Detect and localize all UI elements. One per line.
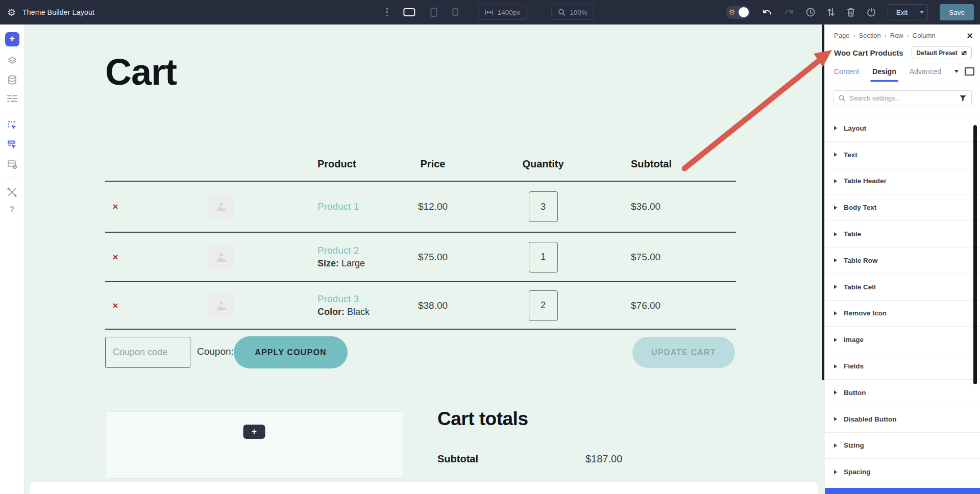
- zoom-level-input[interactable]: 100%: [551, 5, 594, 20]
- remove-item-button[interactable]: ×: [105, 252, 126, 263]
- product-thumbnail[interactable]: [209, 194, 234, 219]
- expand-caret-icon: [834, 311, 837, 315]
- section-text[interactable]: Text: [825, 142, 980, 168]
- product-thumbnail[interactable]: [209, 293, 234, 318]
- expand-caret-icon: [834, 285, 837, 289]
- top-toolbar: ⚙ Theme Builder Layout 1400px 100% ⚙: [0, 0, 980, 24]
- filter-funnel-icon[interactable]: [960, 95, 966, 102]
- close-panel-icon[interactable]: ×: [967, 31, 973, 41]
- cart-totals: Cart totals Subtotal $187.00: [437, 408, 736, 465]
- section-fields[interactable]: Fields: [825, 353, 980, 380]
- expand-panel-icon[interactable]: [965, 67, 974, 76]
- section-remove-icon[interactable]: Remove Icon: [825, 301, 980, 327]
- panel-scrollbar[interactable]: [973, 125, 977, 384]
- database-icon[interactable]: [8, 75, 17, 85]
- tab-content[interactable]: Content: [834, 67, 859, 82]
- breadcrumb-column[interactable]: Column: [913, 32, 936, 39]
- tablet-view-icon[interactable]: [430, 8, 437, 17]
- tabs-dropdown-caret[interactable]: [954, 70, 959, 73]
- section-sizing[interactable]: Sizing: [825, 433, 980, 459]
- product-meta: Size: Large: [317, 258, 394, 269]
- col-header-subtotal: Subtotal: [615, 158, 736, 170]
- subtotal-value: $187.00: [585, 453, 622, 465]
- add-module-button[interactable]: +: [243, 425, 265, 439]
- remove-item-button[interactable]: ×: [105, 201, 126, 212]
- power-icon[interactable]: [867, 8, 876, 17]
- exit-dropdown-caret[interactable]: [916, 4, 928, 20]
- module-settings-panel: Page › Section › Row › Column × Woo Cart…: [825, 24, 980, 494]
- canvas-scrollbar[interactable]: [822, 24, 824, 380]
- builder-mode-toggle[interactable]: ⚙: [726, 6, 750, 19]
- settings-gear-icon[interactable]: ⚙: [7, 8, 16, 17]
- portability-icon[interactable]: [827, 8, 835, 17]
- desktop-view-icon[interactable]: [403, 8, 415, 16]
- product-subtotal: $75.00: [615, 252, 736, 263]
- help-icon[interactable]: ?: [10, 205, 15, 214]
- section-table-header[interactable]: Table Header: [825, 168, 980, 195]
- coupon-label: Coupon:: [197, 346, 234, 357]
- cart-table: Product Price Quantity Subtotal × Produc…: [105, 147, 736, 330]
- sidebar-divider: [6, 178, 19, 178]
- save-button[interactable]: Save: [940, 4, 974, 20]
- module-title: Woo Cart Products: [834, 48, 903, 57]
- quantity-input[interactable]: 1: [529, 242, 558, 273]
- left-toolbar: + ?: [0, 24, 24, 494]
- expand-caret-icon: [834, 364, 837, 368]
- section-button[interactable]: Button: [825, 380, 980, 406]
- wireframe-view-icon[interactable]: [7, 159, 17, 169]
- redo-icon[interactable]: [784, 8, 794, 16]
- hover-mode-icon[interactable]: [7, 120, 17, 131]
- product-link[interactable]: Product 2: [317, 245, 359, 256]
- expand-caret-icon: [834, 179, 837, 183]
- search-settings-input[interactable]: [849, 94, 955, 102]
- next-section-strip: [30, 482, 818, 494]
- quantity-input[interactable]: 2: [529, 290, 558, 321]
- product-price: $12.00: [394, 201, 472, 212]
- update-cart-button[interactable]: UPDATE CART: [632, 337, 735, 368]
- viewport-width-input[interactable]: 1400px: [478, 5, 527, 20]
- tools-icon[interactable]: [7, 187, 17, 197]
- product-subtotal: $76.00: [615, 300, 736, 311]
- product-link[interactable]: Product 1: [317, 201, 359, 212]
- trash-icon[interactable]: [847, 8, 855, 17]
- section-spacing[interactable]: Spacing: [825, 459, 980, 485]
- more-options-icon[interactable]: [386, 8, 388, 17]
- coupon-code-input[interactable]: [105, 337, 190, 368]
- section-disabled-button[interactable]: Disabled Button: [825, 406, 980, 433]
- undo-icon[interactable]: [762, 8, 772, 16]
- default-preset-button[interactable]: Default Preset: [912, 46, 972, 59]
- history-clock-icon[interactable]: [806, 8, 815, 17]
- breadcrumb-row[interactable]: Row: [890, 32, 903, 39]
- section-layout[interactable]: Layout: [825, 115, 980, 142]
- width-arrows-icon: [485, 9, 493, 15]
- click-mode-icon[interactable]: [7, 140, 17, 150]
- tab-design[interactable]: Design: [872, 67, 896, 82]
- empty-module-area: +: [105, 411, 403, 479]
- settings-accordion: Layout Text Table Header Body Text Table…: [825, 115, 980, 485]
- layers-icon[interactable]: [7, 56, 17, 66]
- col-header-quantity: Quantity: [472, 158, 615, 170]
- remove-item-button[interactable]: ×: [105, 300, 126, 311]
- layout-list-icon[interactable]: [7, 94, 17, 103]
- quantity-input[interactable]: 3: [529, 191, 558, 222]
- product-link[interactable]: Product 3: [317, 293, 359, 304]
- section-table[interactable]: Table: [825, 221, 980, 248]
- exit-button[interactable]: Exit: [888, 4, 928, 20]
- section-table-cell[interactable]: Table Cell: [825, 274, 980, 301]
- expand-caret-icon: [834, 153, 837, 157]
- apply-coupon-button[interactable]: APPLY COUPON: [234, 336, 348, 368]
- product-subtotal: $36.00: [615, 201, 736, 212]
- breadcrumb-page[interactable]: Page: [834, 32, 849, 39]
- cart-table-header: Product Price Quantity Subtotal: [105, 147, 736, 181]
- expand-caret-icon: [834, 258, 837, 262]
- section-body-text[interactable]: Body Text: [825, 194, 980, 221]
- section-image[interactable]: Image: [825, 327, 980, 353]
- product-thumbnail[interactable]: [209, 245, 234, 269]
- section-table-row[interactable]: Table Row: [825, 248, 980, 274]
- zoom-magnifier-icon: [558, 9, 565, 16]
- phone-view-icon[interactable]: [452, 8, 458, 16]
- add-element-button[interactable]: +: [5, 32, 19, 46]
- tab-advanced[interactable]: Advanced: [910, 67, 941, 82]
- search-icon: [839, 95, 845, 102]
- breadcrumb-section[interactable]: Section: [859, 32, 880, 39]
